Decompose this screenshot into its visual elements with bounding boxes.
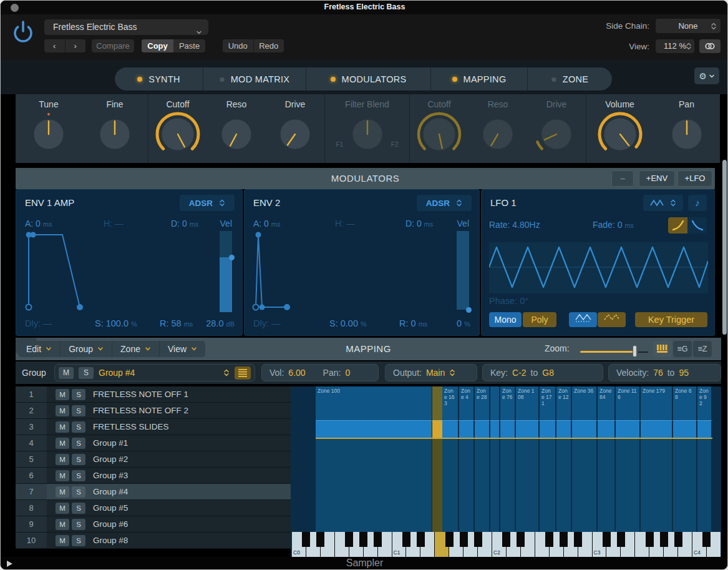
group-mute-button[interactable]: M xyxy=(59,367,74,379)
env1-vel-amount[interactable]: 28.0 dB xyxy=(206,318,235,328)
env1-vel-slider[interactable] xyxy=(220,231,232,312)
group-row-3[interactable]: 3MSFRETLESS SLIDES xyxy=(16,419,291,435)
env2-delay-value[interactable]: Dly: — xyxy=(253,318,281,328)
zone-zone-92[interactable]: Zone 92 xyxy=(697,386,711,532)
settings-button[interactable]: ⚙ xyxy=(694,67,719,84)
view-zoom-stepper[interactable]: 112 % xyxy=(656,39,694,53)
collapse-button[interactable]: – xyxy=(611,170,634,187)
black-key[interactable] xyxy=(674,532,682,547)
black-key[interactable] xyxy=(545,532,553,547)
black-key[interactable] xyxy=(374,532,382,547)
zoom-slider-track-rest[interactable] xyxy=(638,351,648,353)
env1-delay-value[interactable]: Dly: — xyxy=(25,318,52,328)
knob-dial[interactable] xyxy=(661,109,713,158)
group-row-solo-button[interactable]: S xyxy=(72,470,85,481)
zone-zone-116[interactable]: Zone 116 xyxy=(616,386,639,532)
lfo1-waveform-display[interactable] xyxy=(489,242,708,293)
zoom-slider-handle[interactable] xyxy=(633,345,637,357)
power-icon[interactable] xyxy=(9,18,37,46)
env2-sustain[interactable]: S: 0.00 % xyxy=(329,318,367,328)
lfo1-tempo-sync-button[interactable]: ♪ xyxy=(688,195,707,211)
group-row-solo-button[interactable]: S xyxy=(72,486,85,498)
group-row-mute-button[interactable]: M xyxy=(56,405,69,416)
piano-keyboard[interactable]: C0C1C2C3C4 xyxy=(292,532,720,557)
knob-pan[interactable]: Pan xyxy=(661,99,713,158)
view-keyboard-button[interactable] xyxy=(653,341,672,357)
view-zone-list-button[interactable]: ≡Z xyxy=(693,341,712,357)
zone-zone-12[interactable]: Zone 12 xyxy=(556,386,571,532)
key-high-value[interactable]: G8 xyxy=(542,368,554,378)
group-row-6[interactable]: 6MSGroup #3 xyxy=(16,468,291,484)
knob-dial[interactable] xyxy=(530,109,583,158)
group-row-10[interactable]: 10MSGroup #8 xyxy=(16,533,291,549)
black-key[interactable] xyxy=(417,532,425,547)
black-key[interactable] xyxy=(517,532,525,547)
knob-dial[interactable] xyxy=(89,109,141,158)
group-row-solo-button[interactable]: S xyxy=(72,454,85,465)
zone-zone-84[interactable]: Zone 84 xyxy=(598,386,614,532)
zone-unlabeled[interactable] xyxy=(490,386,499,532)
black-key[interactable] xyxy=(460,532,468,547)
group-row-solo-button[interactable]: S xyxy=(72,389,85,400)
compare-button[interactable]: Compare xyxy=(92,39,134,52)
group-row-solo-button[interactable]: S xyxy=(72,405,85,416)
knob-dial[interactable] xyxy=(269,109,321,158)
group-stepper-icon[interactable] xyxy=(223,368,230,377)
env2-mode-selector[interactable]: ADSR xyxy=(417,195,472,211)
add-lfo-button[interactable]: +LFO xyxy=(677,170,712,187)
zone-zone-100[interactable]: Zone 100 xyxy=(316,386,432,532)
zone-zone-36[interactable]: Zone 36 xyxy=(572,386,596,532)
env1-release[interactable]: R: 58 ms xyxy=(160,318,193,328)
group-row-mute-button[interactable]: M xyxy=(56,535,69,546)
group-row-solo-button[interactable]: S xyxy=(72,535,85,546)
preset-back-button[interactable]: ‹ xyxy=(44,39,66,52)
redo-button[interactable]: Redo xyxy=(254,39,284,52)
selected-key-column[interactable] xyxy=(432,386,442,532)
knob-cutoff[interactable]: Cutoff xyxy=(413,99,465,158)
black-key[interactable] xyxy=(702,532,711,547)
knob-dial[interactable] xyxy=(413,109,465,158)
env2-vel-slider-handle[interactable] xyxy=(466,307,472,313)
black-key[interactable] xyxy=(560,532,568,547)
group-row-mute-button[interactable]: M xyxy=(56,470,69,481)
lfo1-key-trigger-button[interactable]: Key Trigger xyxy=(635,312,707,327)
black-key[interactable] xyxy=(603,532,611,547)
vol-value[interactable]: 6.00 xyxy=(288,368,305,378)
group-row-mute-button[interactable]: M xyxy=(56,389,69,400)
output-stepper-icon[interactable] xyxy=(449,368,455,377)
black-key[interactable] xyxy=(359,532,367,547)
group-list-menu-button[interactable] xyxy=(235,366,251,380)
knob-tune[interactable]: Tune xyxy=(22,99,75,158)
preset-selector[interactable]: Fretless Electric Bass xyxy=(44,19,208,35)
black-key[interactable] xyxy=(574,532,582,547)
black-key[interactable] xyxy=(345,532,353,547)
group-row-mute-button[interactable]: M xyxy=(56,438,69,449)
knob-volume[interactable]: Volume xyxy=(594,99,646,158)
group-row-solo-button[interactable]: S xyxy=(72,503,85,514)
tab-mapping[interactable]: MAPPING xyxy=(431,67,528,91)
selected-group-name[interactable]: Group #4 xyxy=(99,368,218,378)
zone-zone-4[interactable]: Zone 4 xyxy=(459,386,473,532)
env1-sustain[interactable]: S: 100.0 % xyxy=(95,318,137,328)
fade-in-button[interactable] xyxy=(668,217,687,233)
pan-value[interactable]: 0 xyxy=(345,368,350,378)
group-row-solo-button[interactable]: S xyxy=(72,519,85,530)
zone-zone-163[interactable]: Zone 163 xyxy=(442,386,458,532)
black-key[interactable] xyxy=(474,532,482,547)
zone-zone-28[interactable]: Zone 28 xyxy=(475,386,489,532)
knob-dial[interactable] xyxy=(152,109,204,158)
knob-dial[interactable] xyxy=(472,109,524,158)
zoom-slider-track[interactable] xyxy=(580,351,635,353)
black-key[interactable] xyxy=(402,532,410,547)
knob-filter-blend[interactable]: Filter BlendF1F2 xyxy=(341,99,394,158)
zone-zone-171[interactable]: Zone 171 xyxy=(540,386,555,532)
group-row-mute-button[interactable]: M xyxy=(56,519,69,530)
velocity-high-value[interactable]: 95 xyxy=(679,368,689,378)
group-row-7[interactable]: 7MSGroup #4 xyxy=(16,484,291,500)
lfo1-stepped-shape-button[interactable] xyxy=(598,312,626,327)
add-env-button[interactable]: +ENV xyxy=(639,170,675,187)
knob-dial[interactable] xyxy=(210,109,263,158)
group-row-mute-button[interactable]: M xyxy=(56,503,69,514)
group-row-9[interactable]: 9MSGroup #6 xyxy=(16,516,291,533)
preset-forward-button[interactable]: › xyxy=(66,39,86,52)
